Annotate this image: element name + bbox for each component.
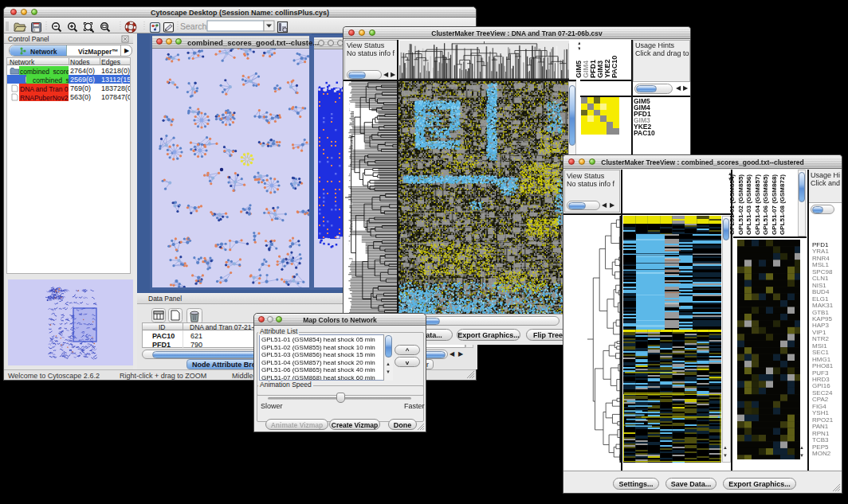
svg-text:Search:: Search: bbox=[180, 21, 209, 31]
